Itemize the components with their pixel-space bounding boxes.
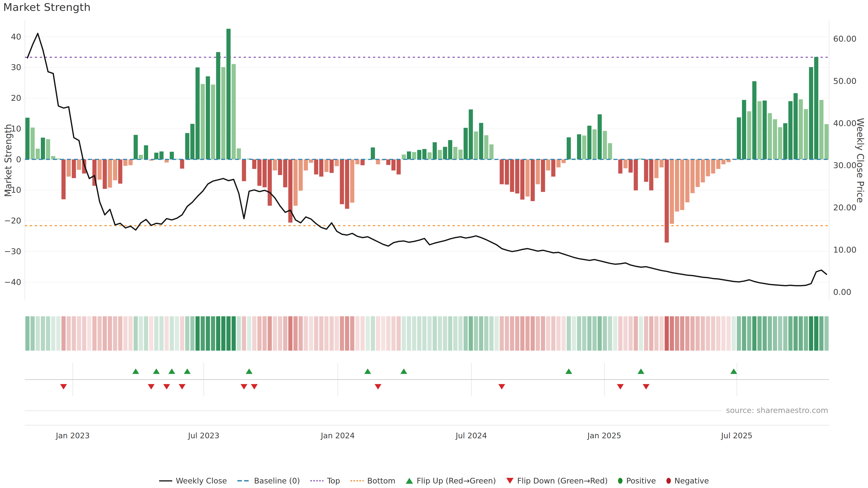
strength-bar: [623, 160, 627, 168]
legend-item-7: Negative: [666, 476, 709, 485]
flip-up-marker: [364, 368, 371, 374]
strength-bar: [464, 128, 468, 160]
strength-bar: [159, 151, 163, 159]
strength-bar: [433, 142, 437, 160]
strength-bar: [361, 160, 365, 165]
legend-item-2: Top: [310, 476, 340, 485]
heatmap-cell: [226, 316, 230, 351]
heatmap-cell: [453, 316, 457, 351]
heatmap-cell: [623, 316, 627, 351]
heatmap-cell: [556, 316, 560, 351]
heatmap-cell: [443, 316, 447, 351]
heatmap-cell: [763, 316, 767, 351]
strength-bar: [392, 160, 396, 170]
heatmap-cell: [128, 316, 132, 351]
heatmap-cell: [283, 316, 287, 351]
heatmap-cell: [690, 316, 694, 351]
strength-bar: [556, 160, 560, 167]
heatmap-cell: [695, 316, 700, 351]
heatmap-cell: [670, 316, 674, 351]
strength-bar: [123, 160, 127, 166]
svg-text:60.00: 60.00: [833, 34, 857, 43]
flip-up-marker: [153, 368, 160, 374]
heatmap-cell: [133, 316, 138, 351]
heatmap-cell: [634, 316, 638, 351]
strength-bar: [799, 99, 803, 160]
heatmap-cell: [350, 316, 354, 351]
heatmap-cell: [799, 316, 803, 351]
strength-bar: [448, 140, 452, 160]
strength-bar: [742, 100, 746, 159]
heatmap-cell: [324, 316, 329, 351]
heatmap-cell: [31, 316, 35, 351]
strength-bar: [763, 101, 767, 160]
strength-bar: [680, 160, 684, 210]
heatmap-cell: [402, 316, 406, 351]
strength-bar: [61, 160, 66, 199]
legend-label: Bottom: [367, 476, 396, 485]
heatmap-cell: [577, 316, 581, 351]
strength-bar: [144, 145, 148, 159]
heatmap-cell: [211, 316, 215, 351]
flip-up-marker: [638, 368, 645, 374]
heatmap-cell: [123, 316, 127, 351]
heatmap-cell: [675, 316, 679, 351]
heatmap-cell: [505, 316, 509, 351]
heatmap-cell: [221, 316, 225, 351]
svg-text:50.00: 50.00: [833, 76, 857, 86]
chart-canvas: 403020100−10−20−30−4060.0050.0040.0030.0…: [0, 0, 868, 488]
heatmap-cell: [551, 316, 555, 351]
heatmap-cell: [819, 316, 824, 351]
strength-bar: [139, 155, 143, 159]
heatmap-cell: [232, 316, 236, 351]
strength-bar: [458, 150, 463, 159]
heatmap-cell: [438, 316, 442, 351]
strength-bar: [371, 148, 375, 160]
strength-bar: [113, 160, 117, 180]
strength-bar: [226, 29, 230, 159]
heatmap-cell: [159, 316, 163, 351]
heatmap-cell: [685, 316, 689, 351]
heatmap-cell: [783, 316, 787, 351]
strength-bar: [701, 160, 705, 183]
strength-bar: [185, 133, 189, 160]
strength-bar: [768, 113, 772, 160]
heatmap-strip: [25, 316, 829, 351]
flip-down-marker: [148, 384, 155, 390]
flip-down-marker: [375, 384, 381, 390]
svg-text:40: 40: [11, 32, 21, 41]
strength-bar: [118, 160, 122, 184]
strength-bar: [268, 160, 272, 206]
right-axis-ticks: 60.0050.0040.0030.0020.0010.000.00: [833, 34, 857, 297]
legend-item-6: Positive: [618, 476, 656, 485]
heatmap-cell: [252, 316, 256, 351]
heatmap-cell: [25, 316, 29, 351]
heatmap-cell: [530, 316, 535, 351]
flip-up-marker: [184, 368, 191, 374]
heatmap-cell: [726, 316, 731, 351]
strength-bar: [299, 160, 303, 191]
heatmap-cell: [567, 316, 571, 351]
heatmap-cell: [469, 316, 473, 351]
heatmap-cell: [814, 316, 818, 351]
heatmap-cell: [464, 316, 468, 351]
heatmap-cell: [41, 316, 45, 351]
strength-bar: [479, 123, 483, 160]
heatmap-cell: [809, 316, 813, 351]
strength-bar: [232, 64, 236, 159]
heatmap-cell: [103, 316, 107, 351]
svg-text:Jan 2024: Jan 2024: [320, 431, 355, 440]
heatmap-cell: [345, 316, 349, 351]
heatmap-cell: [417, 316, 421, 351]
strength-bar: [190, 124, 194, 159]
flip-up-marker: [400, 368, 407, 374]
heatmap-cell: [572, 316, 576, 351]
strength-bar: [788, 101, 793, 160]
strength-bar: [31, 127, 35, 159]
legend-item-1: Baseline (0): [237, 476, 300, 485]
strength-bar: [355, 160, 360, 164]
heatmap-cell: [629, 316, 633, 351]
legend-label: Baseline (0): [254, 476, 300, 485]
strength-bar: [489, 144, 493, 160]
strength-bar: [402, 155, 406, 160]
